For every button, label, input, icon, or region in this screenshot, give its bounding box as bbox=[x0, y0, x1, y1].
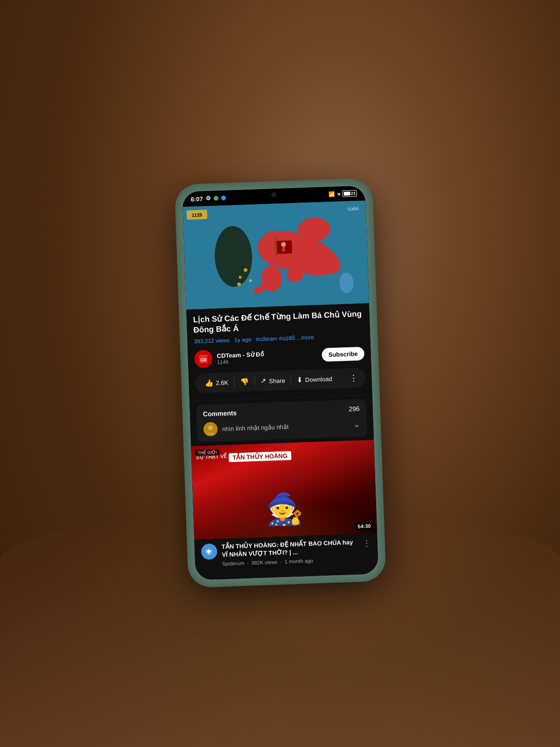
rec-channel-name: Spiderum bbox=[222, 560, 244, 567]
comments-count: 296 bbox=[349, 405, 360, 413]
comments-label: Comments bbox=[203, 409, 237, 418]
svg-text:CD: CD bbox=[200, 358, 207, 362]
svg-text:🕷: 🕷 bbox=[206, 548, 213, 555]
action-row: 👍 2.6K 👎 ↗ Share bbox=[195, 368, 365, 394]
category-badge: THẾ GIỚI bbox=[195, 449, 220, 457]
rec-video-info: 🕷 TẦN THỦY HOÀNG: ĐỆ NHẤT BAO CHÚA hay V… bbox=[194, 533, 378, 572]
recommended-section: SỰ THẬT VỀ TẦN THỦY HOÀNG 🧙 54:30 THẾ GI… bbox=[191, 440, 378, 572]
action-divider-3 bbox=[291, 375, 292, 385]
comment-preview-text: nhìn lính nhật ngầu nhất bbox=[222, 421, 353, 432]
channel-row: CD CDTeam - Sử Đồ 114K Subscribe bbox=[194, 345, 364, 368]
front-camera bbox=[271, 192, 276, 197]
dislike-button[interactable]: 👎 bbox=[235, 375, 254, 388]
emperor-figure: 🧙 bbox=[265, 491, 304, 528]
channel-info[interactable]: CD CDTeam - Sử Đồ 114K bbox=[194, 348, 264, 368]
svg-rect-15 bbox=[282, 247, 285, 251]
rec-more-button[interactable]: ⋮ bbox=[362, 538, 371, 549]
like-button[interactable]: 👍 2.6K bbox=[200, 376, 233, 389]
download-icon: ⬇ bbox=[297, 375, 303, 384]
more-options-button[interactable]: ⋮ bbox=[346, 371, 361, 385]
dislike-icon: 👎 bbox=[240, 378, 249, 387]
x-icon: ✕ bbox=[336, 191, 340, 197]
rec-video-details: TẦN THỦY HOÀNG: ĐỆ NHẤT BAO CHÚA hay VĨ … bbox=[222, 539, 359, 567]
rec-video-thumbnail[interactable]: SỰ THẬT VỀ TẦN THỦY HOÀNG 🧙 54:30 THẾ GI… bbox=[191, 440, 377, 540]
video-info-section: Lịch Sử Các Đế Chế Từng Làm Bá Chủ Vùng … bbox=[186, 303, 372, 402]
battery-icon: 23 bbox=[342, 190, 357, 197]
content-area: Lịch Sử Các Đế Chế Từng Làm Bá Chủ Vùng … bbox=[186, 303, 378, 580]
status-left-icons: 6:07 ⚙ bbox=[191, 194, 226, 203]
camera-notch bbox=[255, 188, 293, 202]
status-time: 6:07 bbox=[191, 195, 203, 203]
scene: 6:07 ⚙ 📶 ✕ 23 bbox=[0, 0, 560, 747]
svg-text:SửĐồ: SửĐồ bbox=[347, 206, 359, 211]
time-ago: 1y ago bbox=[234, 336, 251, 343]
subscribe-button[interactable]: Subscribe bbox=[322, 346, 364, 361]
view-count: 393,212 views bbox=[194, 337, 230, 345]
channel-avatar: CD bbox=[194, 350, 212, 368]
wifi-icon: 📶 bbox=[328, 191, 335, 197]
action-divider-1 bbox=[234, 378, 235, 387]
like-count: 2.6K bbox=[216, 379, 228, 387]
download-button[interactable]: ⬇ Download bbox=[292, 373, 337, 386]
expand-comment-icon[interactable]: ⌄ bbox=[353, 419, 361, 430]
comments-header: Comments 296 bbox=[203, 405, 360, 418]
channel-name-group: CDTeam - Sử Đồ 114K bbox=[217, 351, 264, 365]
share-button[interactable]: ↗ Share bbox=[256, 374, 290, 388]
share-icon: ↗ bbox=[260, 377, 267, 385]
rec-channel-avatar[interactable]: 🕷 bbox=[201, 543, 217, 560]
map-svg: 1125 SửĐồ bbox=[182, 200, 369, 310]
duration-badge: 54:30 bbox=[355, 522, 373, 530]
comments-section[interactable]: Comments 296 nhìn lính nhật ngầu nhất bbox=[196, 399, 367, 443]
channel-subscribers: 114K bbox=[217, 358, 264, 365]
download-label: Download bbox=[305, 375, 332, 383]
svg-text:1125: 1125 bbox=[192, 212, 203, 218]
comment-preview[interactable]: nhìn lính nhật ngầu nhất ⌄ bbox=[203, 417, 361, 437]
gear-icon: ⚙ bbox=[206, 195, 211, 202]
blue-dot-icon bbox=[221, 196, 226, 200]
video-tags[interactable]: #cdteam #sửđồ ...more bbox=[256, 334, 314, 343]
green-dot-icon bbox=[214, 196, 218, 200]
status-right-icons: 📶 ✕ 23 bbox=[328, 190, 357, 197]
like-icon: 👍 bbox=[204, 379, 214, 388]
action-divider-2 bbox=[254, 377, 255, 386]
share-label: Share bbox=[269, 377, 285, 384]
rec-view-count: 382K views bbox=[251, 559, 278, 565]
rec-time-ago: 1 month ago bbox=[285, 558, 314, 564]
commenter-avatar bbox=[203, 422, 218, 437]
phone-screen: 6:07 ⚙ 📶 ✕ 23 bbox=[182, 185, 378, 580]
rec-video-title: TẦN THỦY HOÀNG: ĐỆ NHẤT BAO CHÚA hay VĨ … bbox=[222, 539, 358, 559]
video-thumbnail[interactable]: 1125 SửĐồ bbox=[182, 200, 369, 310]
video-title: Lịch Sử Các Đế Chế Từng Làm Bá Chủ Vùng … bbox=[193, 309, 364, 336]
phone: 6:07 ⚙ 📶 ✕ 23 bbox=[175, 179, 385, 587]
